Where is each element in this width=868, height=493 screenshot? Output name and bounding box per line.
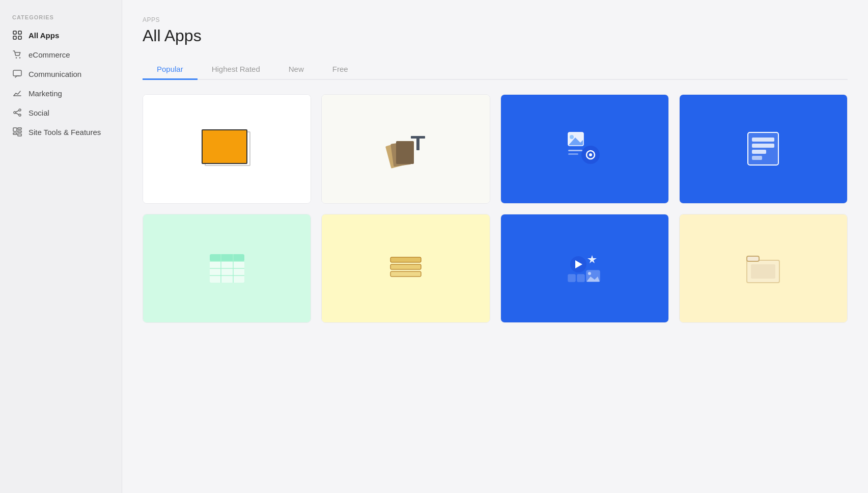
tab-highest-rated[interactable]: Highest Rated xyxy=(198,60,274,80)
tab-new[interactable]: New xyxy=(274,60,318,80)
svg-point-29 xyxy=(589,153,592,156)
svg-rect-20 xyxy=(396,141,414,164)
sidebar-item-label: Communication xyxy=(29,70,81,78)
media-gallery-svg xyxy=(564,248,605,289)
svg-rect-58 xyxy=(577,275,584,282)
app-grid-row2: Simple Table ★ ★ ★ ★ ★ Add a Table to Yo… xyxy=(143,214,848,323)
card-image-instagram xyxy=(501,95,668,203)
svg-rect-15 xyxy=(18,131,21,132)
svg-rect-46 xyxy=(390,264,421,269)
svg-point-4 xyxy=(16,57,17,58)
sidebar: CATEGORIES All Apps eCommerce xyxy=(0,0,122,493)
card-image-accordion xyxy=(322,214,489,323)
sidebar-item-site-tools[interactable]: Site Tools & Features xyxy=(0,122,122,142)
svg-rect-6 xyxy=(13,70,21,76)
svg-point-5 xyxy=(19,57,20,58)
svg-rect-3 xyxy=(18,36,21,39)
svg-line-12 xyxy=(16,113,19,115)
svg-rect-0 xyxy=(13,31,16,34)
sidebar-item-communication[interactable]: Communication xyxy=(0,64,122,84)
svg-rect-32 xyxy=(748,132,778,165)
svg-point-10 xyxy=(19,114,21,116)
card-body-form-builder: Form Builder ★ ★ ★ ★ ★ Create dynamic cu… xyxy=(680,203,847,204)
form-builder-svg xyxy=(743,128,783,169)
main-content: APPS All Apps Popular Highest Rated New … xyxy=(122,0,868,493)
svg-point-24 xyxy=(570,135,574,139)
card-image-media-gallery xyxy=(501,214,668,323)
app-card-tabs[interactable]: Tabs ★ ★ ★ ★ ★ Showcase Website Content … xyxy=(679,214,848,323)
card-body-color-block: Color Block ★ ★ ★ ★ ★ Float your content… xyxy=(143,203,311,204)
card-body-simple-table: Simple Table ★ ★ ★ ★ ★ Add a Table to Yo… xyxy=(143,322,311,323)
svg-rect-30 xyxy=(568,150,582,151)
app-card-media-gallery[interactable]: Media Gallery ★ ★ ★ ★ ★ Gallery for phot… xyxy=(500,214,669,323)
svg-rect-35 xyxy=(752,144,774,148)
grid-icon xyxy=(12,31,22,40)
sidebar-item-label: Site Tools & Features xyxy=(29,128,101,136)
instagram-svg xyxy=(564,128,605,169)
sidebar-item-label: All Apps xyxy=(29,31,59,40)
svg-rect-37 xyxy=(752,156,762,160)
tab-free[interactable]: Free xyxy=(318,60,362,80)
svg-rect-31 xyxy=(568,153,578,155)
page-title: All Apps xyxy=(143,26,848,45)
chart-icon xyxy=(12,89,22,98)
card-body-text-animation: Text Animation ★ ★ ★ ★ ★ Neat and custom… xyxy=(322,203,489,204)
simple-table-svg xyxy=(207,250,247,287)
app-card-color-block[interactable]: Color Block ★ ★ ★ ★ ★ Float your content… xyxy=(143,94,311,204)
card-body-media-gallery: Media Gallery ★ ★ ★ ★ ★ Gallery for phot… xyxy=(501,322,668,323)
tab-bar: Popular Highest Rated New Free xyxy=(143,60,848,80)
app-card-text-animation[interactable]: Text Animation ★ ★ ★ ★ ★ Neat and custom… xyxy=(321,94,490,204)
svg-rect-45 xyxy=(390,257,421,262)
card-image-color-block xyxy=(143,95,311,203)
svg-rect-14 xyxy=(18,128,21,129)
app-card-simple-table[interactable]: Simple Table ★ ★ ★ ★ ★ Add a Table to Yo… xyxy=(143,214,311,323)
svg-rect-57 xyxy=(568,275,575,282)
accordion-svg xyxy=(385,250,426,287)
cart-icon xyxy=(12,50,22,59)
card-image-tabs xyxy=(680,214,847,323)
card-body-instagram: Instagram Feed ★ ★ ★ ★ ★ Stream your Ins… xyxy=(501,203,668,204)
svg-point-8 xyxy=(19,109,21,111)
svg-rect-2 xyxy=(13,36,16,39)
text-animation-svg xyxy=(383,128,429,169)
svg-rect-13 xyxy=(13,128,17,131)
svg-marker-53 xyxy=(587,255,597,263)
svg-rect-39 xyxy=(210,254,244,261)
chat-icon xyxy=(12,69,22,78)
sidebar-item-marketing[interactable]: Marketing xyxy=(0,84,122,103)
svg-point-55 xyxy=(588,272,591,275)
svg-point-9 xyxy=(14,112,16,114)
app-card-accordion[interactable]: Accordion ★ ★ ★ ★ ★ Display Top Content … xyxy=(321,214,490,323)
svg-rect-34 xyxy=(752,138,774,142)
sidebar-item-label: eCommerce xyxy=(29,50,70,59)
app-card-instagram-feed[interactable]: Instagram Feed ★ ★ ★ ★ ★ Stream your Ins… xyxy=(500,94,669,204)
svg-rect-16 xyxy=(13,133,17,134)
app-grid-row1: Color Block ★ ★ ★ ★ ★ Float your content… xyxy=(143,94,848,204)
app-card-form-builder[interactable]: Form Builder ★ ★ ★ ★ ★ Create dynamic cu… xyxy=(679,94,848,204)
tabs-svg xyxy=(743,250,783,287)
sidebar-item-label: Marketing xyxy=(29,89,62,98)
sidebar-item-social[interactable]: Social xyxy=(0,103,122,122)
categories-label: CATEGORIES xyxy=(0,14,122,25)
tab-popular[interactable]: Popular xyxy=(143,60,198,80)
social-icon xyxy=(12,108,22,117)
card-body-accordion: Accordion ★ ★ ★ ★ ★ Display Top Content … xyxy=(322,322,489,323)
tools-icon xyxy=(12,127,22,136)
card-body-tabs: Tabs ★ ★ ★ ★ ★ Showcase Website Content … xyxy=(680,322,847,323)
sidebar-item-label: Social xyxy=(29,108,49,117)
svg-rect-47 xyxy=(390,271,421,277)
svg-rect-36 xyxy=(752,150,766,154)
svg-rect-22 xyxy=(416,136,419,150)
breadcrumb: APPS xyxy=(143,16,848,23)
card-image-form-builder xyxy=(680,95,847,203)
card-image-simple-table xyxy=(143,214,311,323)
svg-rect-62 xyxy=(751,264,775,279)
sidebar-item-ecommerce[interactable]: eCommerce xyxy=(0,45,122,64)
svg-rect-61 xyxy=(747,256,759,261)
sidebar-item-all-apps[interactable]: All Apps xyxy=(0,25,122,45)
card-image-text-animation xyxy=(322,95,489,203)
svg-rect-17 xyxy=(18,134,21,136)
svg-line-11 xyxy=(16,111,19,112)
svg-rect-1 xyxy=(18,31,21,34)
